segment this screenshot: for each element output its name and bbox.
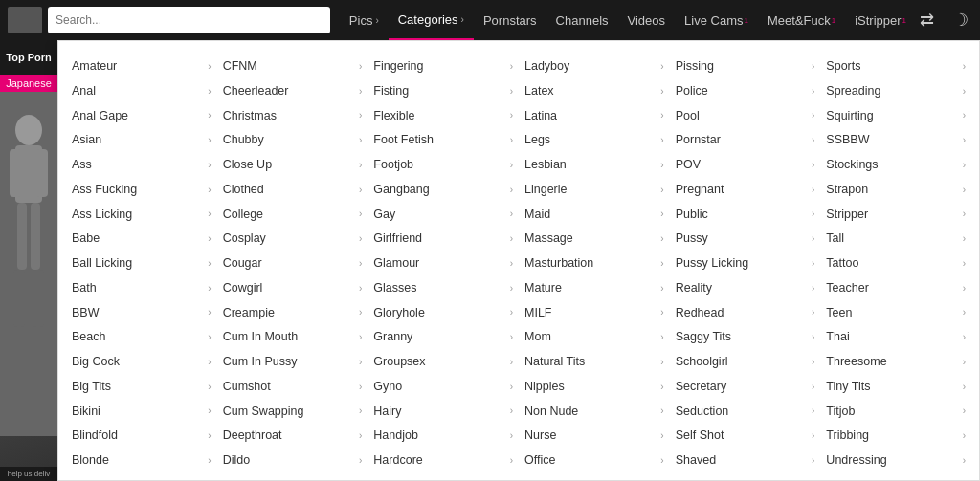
cat-blonde[interactable]: Blonde › bbox=[66, 448, 217, 472]
cat-maid[interactable]: Maid › bbox=[519, 203, 670, 227]
cat-asian[interactable]: Asian › bbox=[66, 128, 217, 152]
cat-cougar[interactable]: Cougar › bbox=[217, 251, 368, 275]
cat-redhead[interactable]: Redhead › bbox=[670, 301, 821, 325]
cat-chubby[interactable]: Chubby › bbox=[217, 128, 368, 152]
cat-threesome[interactable]: Threesome › bbox=[820, 350, 971, 374]
cat-hardcore[interactable]: Hardcore › bbox=[368, 448, 519, 472]
cat-gloryhole[interactable]: Gloryhole › bbox=[368, 301, 519, 325]
cat-high-heels[interactable]: High Heels › bbox=[368, 473, 519, 481]
cat-mature[interactable]: Mature › bbox=[519, 276, 670, 300]
cat-latina[interactable]: Latina › bbox=[519, 104, 670, 128]
cat-groupsex[interactable]: Groupsex › bbox=[368, 350, 519, 374]
cat-schoolgirl[interactable]: Schoolgirl › bbox=[670, 350, 821, 374]
cat-public[interactable]: Public › bbox=[670, 203, 821, 227]
cat-granny[interactable]: Granny › bbox=[368, 325, 519, 349]
cat-hairy[interactable]: Hairy › bbox=[368, 400, 519, 424]
cat-stripper[interactable]: Stripper › bbox=[820, 203, 971, 227]
cat-footjob[interactable]: Footjob › bbox=[368, 153, 519, 177]
cat-babe[interactable]: Babe › bbox=[66, 227, 217, 251]
cat-tall[interactable]: Tall › bbox=[820, 227, 971, 251]
cat-fingering[interactable]: Fingering › bbox=[368, 55, 519, 78]
shuffle-icon[interactable]: ⇄ bbox=[916, 6, 938, 34]
cat-saggy-tits[interactable]: Saggy Tits › bbox=[670, 325, 821, 349]
cat-spreading[interactable]: Spreading › bbox=[820, 79, 971, 103]
cat-bbw[interactable]: BBW › bbox=[66, 301, 217, 325]
cat-pool[interactable]: Pool › bbox=[670, 104, 821, 128]
site-logo[interactable] bbox=[8, 7, 42, 33]
cat-ass[interactable]: Ass › bbox=[66, 153, 217, 177]
cat-lingerie[interactable]: Lingerie › bbox=[519, 178, 670, 202]
cat-shaved[interactable]: Shaved › bbox=[670, 448, 821, 472]
cat-undressing[interactable]: Undressing › bbox=[820, 448, 971, 472]
cat-ladyboy[interactable]: Ladyboy › bbox=[519, 55, 670, 78]
nav-item-pics[interactable]: Pics › bbox=[340, 0, 389, 40]
cat-oiled[interactable]: Oiled › bbox=[519, 473, 670, 481]
cat-flexible[interactable]: Flexible › bbox=[368, 104, 519, 128]
cat-non-nude[interactable]: Non Nude › bbox=[519, 400, 670, 424]
nav-item-videos[interactable]: Videos bbox=[618, 0, 676, 40]
cat-cum-in-mouth[interactable]: Cum In Mouth › bbox=[217, 325, 368, 349]
cat-double[interactable]: Double bbox=[217, 473, 368, 481]
cat-girlfriend[interactable]: Girlfriend › bbox=[368, 227, 519, 251]
cat-pornstar[interactable]: Pornstar › bbox=[670, 128, 821, 152]
dark-mode-icon[interactable]: ☽ bbox=[949, 6, 972, 34]
cat-strapon[interactable]: Strapon › bbox=[820, 178, 971, 202]
search-input[interactable] bbox=[48, 7, 330, 33]
cat-fisting[interactable]: Fisting › bbox=[368, 79, 519, 103]
cat-pussy-licking[interactable]: Pussy Licking › bbox=[670, 251, 821, 275]
cat-ssbbw[interactable]: SSBBW › bbox=[820, 128, 971, 152]
cat-teacher[interactable]: Teacher › bbox=[820, 276, 971, 300]
cat-blindfold[interactable]: Blindfold › bbox=[66, 424, 217, 448]
cat-close-up[interactable]: Close Up › bbox=[217, 153, 368, 177]
cat-big-cock[interactable]: Big Cock › bbox=[66, 350, 217, 374]
cat-bikini[interactable]: Bikini › bbox=[66, 400, 217, 424]
cat-masturbation[interactable]: Masturbation › bbox=[519, 251, 670, 275]
cat-blowbang[interactable]: Blowbang › bbox=[66, 473, 217, 481]
cat-bath[interactable]: Bath › bbox=[66, 276, 217, 300]
cat-gangbang[interactable]: Gangbang › bbox=[368, 178, 519, 202]
cat-christmas[interactable]: Christmas › bbox=[217, 104, 368, 128]
cat-cfnm[interactable]: CFNM › bbox=[217, 55, 368, 78]
nav-item-channels[interactable]: Channels bbox=[546, 0, 618, 40]
cat-big-tits[interactable]: Big Tits › bbox=[66, 375, 217, 399]
cat-handjob[interactable]: Handjob › bbox=[368, 424, 519, 448]
cat-lesbian[interactable]: Lesbian › bbox=[519, 153, 670, 177]
cat-secretary[interactable]: Secretary › bbox=[670, 375, 821, 399]
cat-sports[interactable]: Sports › bbox=[820, 55, 971, 78]
cat-police[interactable]: Police › bbox=[670, 79, 821, 103]
cat-gyno[interactable]: Gyno › bbox=[368, 375, 519, 399]
cat-natural-tits[interactable]: Natural Tits › bbox=[519, 350, 670, 374]
cat-cumshot[interactable]: Cumshot › bbox=[217, 375, 368, 399]
cat-gay[interactable]: Gay › bbox=[368, 203, 519, 227]
cat-nipples[interactable]: Nipples › bbox=[519, 375, 670, 399]
nav-item-categories[interactable]: Categories › bbox=[389, 0, 474, 40]
cat-tattoo[interactable]: Tattoo › bbox=[820, 251, 971, 275]
cat-mom[interactable]: Mom › bbox=[519, 325, 670, 349]
cat-glamour[interactable]: Glamour › bbox=[368, 251, 519, 275]
cat-self-shot[interactable]: Self Shot › bbox=[670, 424, 821, 448]
cat-pregnant[interactable]: Pregnant › bbox=[670, 178, 821, 202]
cat-anal[interactable]: Anal › bbox=[66, 79, 217, 103]
cat-titjob[interactable]: Titjob › bbox=[820, 400, 971, 424]
cat-pissing[interactable]: Pissing › bbox=[670, 55, 821, 78]
cat-squirting[interactable]: Squirting › bbox=[820, 104, 971, 128]
cat-amateur[interactable]: Amateur › bbox=[66, 55, 217, 78]
cat-milf[interactable]: MILF › bbox=[519, 301, 670, 325]
cat-cosplay[interactable]: Cosplay › bbox=[217, 227, 368, 251]
nav-item-istripper[interactable]: iStripper 1 bbox=[845, 0, 916, 40]
cat-office[interactable]: Office › bbox=[519, 448, 670, 472]
cat-pov[interactable]: POV › bbox=[670, 153, 821, 177]
cat-latex[interactable]: Latex › bbox=[519, 79, 670, 103]
cat-tiny-tits[interactable]: Tiny Tits › bbox=[820, 375, 971, 399]
cat-nurse[interactable]: Nurse › bbox=[519, 424, 670, 448]
cat-tribbing[interactable]: Tribbing › bbox=[820, 424, 971, 448]
cat-massage[interactable]: Massage › bbox=[519, 227, 670, 251]
cat-teen[interactable]: Teen › bbox=[820, 301, 971, 325]
nav-item-meet-fuck[interactable]: Meet&Fuck 1 bbox=[758, 0, 845, 40]
cat-cheerleader[interactable]: Cheerleader › bbox=[217, 79, 368, 103]
cat-pussy[interactable]: Pussy › bbox=[670, 227, 821, 251]
cat-seduction[interactable]: Seduction › bbox=[670, 400, 821, 424]
cat-dildo[interactable]: Dildo › bbox=[217, 448, 368, 472]
cat-ass-licking[interactable]: Ass Licking › bbox=[66, 203, 217, 227]
cat-stockings[interactable]: Stockings › bbox=[820, 153, 971, 177]
